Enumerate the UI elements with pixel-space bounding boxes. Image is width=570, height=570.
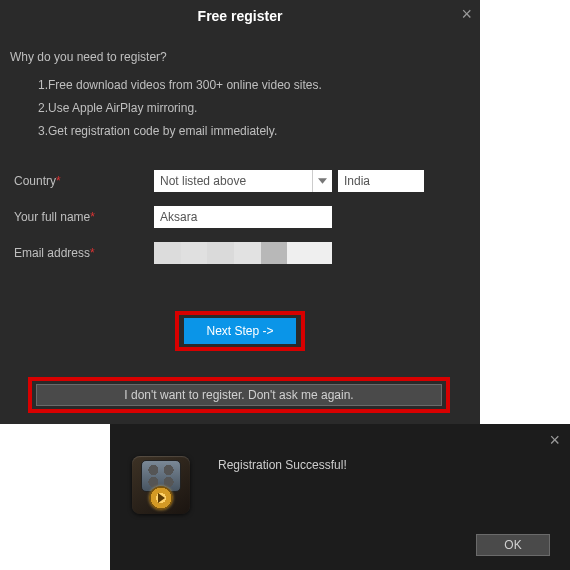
success-dialog-body: Registration Successful! xyxy=(110,424,570,514)
name-label: Your full name* xyxy=(14,210,154,224)
play-icon xyxy=(149,486,173,510)
highlight-secondary: I don't want to register. Don't ask me a… xyxy=(28,377,450,413)
name-row: Your full name* xyxy=(10,206,464,228)
register-reason-1: 1.Free download videos from 300+ online … xyxy=(38,74,464,97)
success-dialog: × Registration Successful! OK xyxy=(110,424,570,570)
register-heading: Why do you need to register? xyxy=(10,50,464,64)
register-reasons: 1.Free download videos from 300+ online … xyxy=(38,74,464,142)
register-reason-2: 2.Use Apple AirPlay mirroring. xyxy=(38,97,464,120)
country-label: Country* xyxy=(14,174,154,188)
country-row: Country* xyxy=(10,170,464,192)
next-step-button[interactable]: Next Step -> xyxy=(184,318,296,344)
register-dialog-body: Why do you need to register? 1.Free down… xyxy=(0,24,480,264)
email-label: Email address* xyxy=(14,246,154,260)
register-reason-3: 3.Get registration code by email immedia… xyxy=(38,120,464,143)
country-select[interactable] xyxy=(154,170,332,192)
chevron-down-icon[interactable] xyxy=(312,170,332,192)
register-dialog: Free register × Why do you need to regis… xyxy=(0,0,480,424)
register-dialog-title: Free register xyxy=(0,0,480,24)
register-form: Country* Your full name* Email a xyxy=(10,170,464,264)
email-row: Email address* xyxy=(10,242,464,264)
close-icon[interactable]: × xyxy=(549,430,560,451)
name-input[interactable] xyxy=(154,206,332,228)
app-icon xyxy=(132,456,190,514)
dont-register-button[interactable]: I don't want to register. Don't ask me a… xyxy=(36,384,442,406)
ok-button[interactable]: OK xyxy=(476,534,550,556)
email-input-redacted[interactable] xyxy=(154,242,332,264)
success-message: Registration Successful! xyxy=(218,458,347,472)
country-select-input[interactable] xyxy=(154,170,332,192)
country-secondary-input[interactable] xyxy=(338,170,424,192)
close-icon[interactable]: × xyxy=(461,4,472,25)
highlight-primary: Next Step -> xyxy=(175,311,305,351)
